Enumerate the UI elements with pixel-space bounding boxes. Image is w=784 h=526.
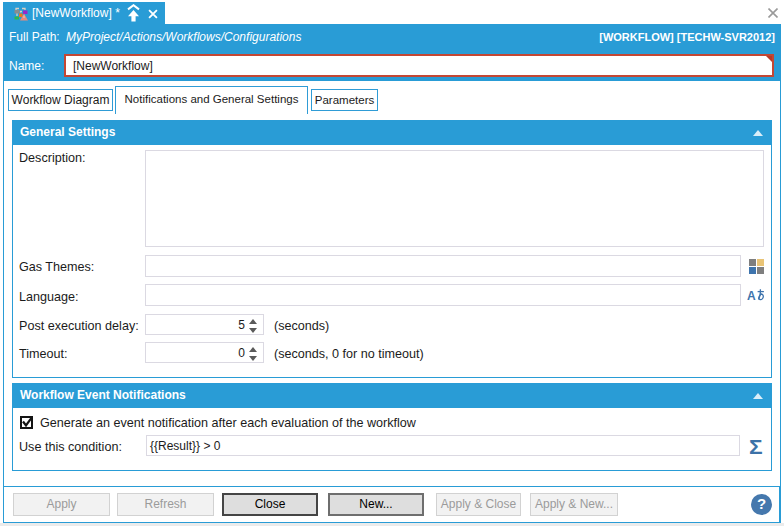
svg-text:A: A (747, 289, 756, 302)
